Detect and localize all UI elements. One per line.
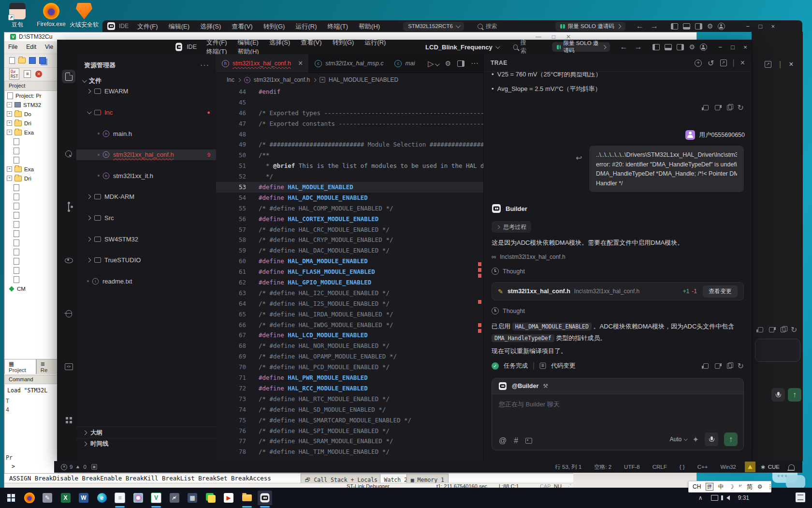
- send-button[interactable]: ↑: [724, 433, 738, 446]
- keil-tree-item[interactable]: [5, 256, 58, 266]
- open-in-window-icon[interactable]: ↗: [765, 61, 771, 68]
- keil-tree-item[interactable]: [5, 192, 58, 201]
- copy-icon[interactable]: [727, 363, 732, 369]
- code-line-72[interactable]: 72#define HAL_RCC_MODULE_ENABLED: [216, 383, 483, 394]
- code-line-47[interactable]: 47/* Exported constants ----------------…: [216, 119, 483, 129]
- menu-item[interactable]: 运行(R): [364, 38, 386, 47]
- mic-button[interactable]: [705, 433, 718, 446]
- bg-nav-back[interactable]: ←: [636, 22, 644, 30]
- keil-tree-item[interactable]: +Dri: [5, 174, 58, 183]
- menu-item[interactable]: 终端(T): [327, 22, 348, 31]
- taskbar-icon-win[interactable]: [4, 491, 18, 505]
- code-line-46[interactable]: 46/* Exported types --------------------…: [216, 108, 483, 119]
- ime-punct[interactable]: °’: [739, 484, 742, 490]
- thought-row-2[interactable]: Thought: [492, 307, 525, 314]
- ime-more-icon[interactable]: ⋮: [768, 483, 773, 490]
- keil-tab-callstack[interactable]: 🗗 Call Stack + Locals: [301, 474, 382, 483]
- code-line-45[interactable]: 45: [216, 97, 483, 108]
- code-line-51[interactable]: 51 * @brief This is the list of modules …: [216, 161, 483, 171]
- split-editor-icon[interactable]: [457, 60, 464, 67]
- layout-panel-icon[interactable]: [683, 23, 690, 30]
- code-line-75[interactable]: 75/* #define HAL_SMARTCARD_MODULE_ENABLE…: [216, 415, 483, 426]
- ime-chinese[interactable]: 中: [718, 483, 724, 491]
- close-button[interactable]: ×: [739, 44, 752, 51]
- code-area[interactable]: 44#endif4546/* Exported types ----------…: [216, 87, 483, 457]
- bg-promo-badge[interactable]: 限量 SOLO 邀请码: [555, 22, 625, 31]
- bg-maximize-button[interactable]: □: [754, 23, 767, 30]
- nav-back-button[interactable]: ←: [620, 43, 627, 51]
- keil-tree-item[interactable]: [5, 183, 58, 192]
- run-button[interactable]: ▷: [428, 59, 438, 68]
- menu-item[interactable]: 选择(S): [269, 38, 290, 47]
- taskbar-icon-folder[interactable]: [240, 491, 254, 505]
- code-line-63[interactable]: 63/* #define HAL_I2C_MODULE_ENABLED */: [216, 288, 483, 299]
- gear-icon[interactable]: ⚙: [707, 22, 713, 30]
- explorer-item-SW4STM32[interactable]: SW4STM32: [76, 234, 216, 244]
- history-icon[interactable]: ↺: [708, 59, 714, 68]
- mention-icon[interactable]: @: [499, 436, 507, 445]
- keil-tree-item[interactable]: [5, 229, 58, 238]
- keil-tree-item[interactable]: [5, 155, 58, 164]
- activitybar-explorer[interactable]: [62, 70, 75, 83]
- explorer-more-icon[interactable]: ···: [200, 61, 209, 70]
- code-line-50[interactable]: 50/**: [216, 150, 483, 161]
- code-line-54[interactable]: 54#define HAL_ADC_MODULE_ENABLED: [216, 193, 483, 203]
- desktop-icon-firefox[interactable]: Firefox.exe: [36, 3, 67, 28]
- desktop-icon-doubao[interactable]: ↗ 豆包: [2, 3, 33, 29]
- activitybar-debug[interactable]: [62, 307, 75, 320]
- hash-icon[interactable]: #: [514, 436, 518, 445]
- menu-item[interactable]: 文件(F): [137, 22, 158, 31]
- activitybar-search[interactable]: [62, 147, 75, 161]
- bg-minimize-button[interactable]: −: [741, 23, 754, 30]
- bg-nav-forward[interactable]: →: [651, 22, 658, 30]
- volume-icon[interactable]: [726, 495, 730, 500]
- layout-sidebar-icon[interactable]: [652, 44, 660, 50]
- menu-item[interactable]: 文件(F): [206, 38, 227, 47]
- code-line-61[interactable]: 61#define HAL_FLASH_MODULE_ENABLED: [216, 267, 483, 277]
- keil-tree-item[interactable]: [5, 238, 58, 247]
- keil-tree-item[interactable]: Project: Pr: [5, 91, 58, 100]
- new-file-icon[interactable]: [9, 57, 15, 64]
- layout-secondary-icon[interactable]: [677, 44, 684, 50]
- taskbar-icon-copy[interactable]: [203, 491, 218, 505]
- code-line-70[interactable]: 70/* #define HAL_PCD_MODULE_ENABLED */: [216, 362, 483, 373]
- taskbar-icon-calc[interactable]: ▦: [185, 491, 200, 505]
- ime-simplified[interactable]: 简: [747, 483, 753, 491]
- thumbs-up-icon[interactable]: [758, 327, 763, 332]
- code-line-74[interactable]: 74/* #define HAL_SD_MODULE_ENABLED */: [216, 404, 483, 415]
- bg-mic-button[interactable]: [771, 388, 785, 402]
- thought-row-1[interactable]: Thought: [492, 268, 525, 275]
- context-link[interactable]: ∞Inc\stm32l1xx_hal_conf.h: [492, 253, 566, 260]
- keil-tab-registers[interactable]: ≣ Re: [36, 359, 58, 374]
- chat-input-box[interactable]: @Builder ⚒ 您正在与 Builder 聊天 @ # Auto ✦ ↑: [492, 378, 744, 450]
- keil-tree-item[interactable]: [5, 146, 58, 155]
- menu-item[interactable]: 转到(G): [263, 22, 285, 31]
- nav-forward-button[interactable]: →: [634, 43, 642, 51]
- code-line-76[interactable]: 76/* #define HAL_SPI_MODULE_ENABLED */: [216, 426, 483, 436]
- explorer-item-readme-txt[interactable]: ireadme.txt: [76, 276, 216, 286]
- timeline-section[interactable]: 时间线: [76, 438, 216, 449]
- keil-close-button[interactable]: ✕: [566, 33, 571, 40]
- activitybar-extensions[interactable]: [62, 413, 75, 427]
- workspace-switcher[interactable]: LCD_Blink_Frequency: [425, 44, 499, 51]
- code-line-53[interactable]: 53#define HAL_MODULE_ENABLED: [216, 182, 483, 193]
- explorer-item-Inc[interactable]: Inc●: [76, 107, 216, 118]
- bg-search[interactable]: 搜索: [478, 22, 497, 30]
- code-line-73[interactable]: 73/* #define HAL_RTC_MODULE_ENABLED */: [216, 394, 483, 404]
- copy-icon[interactable]: [781, 327, 785, 332]
- tab-stm32l1xx-hal-conf[interactable]: h stm32l1xx_hal_conf.h ×: [216, 54, 309, 73]
- keil-tree-item[interactable]: +Do: [5, 109, 58, 119]
- keil-tree-item[interactable]: [5, 220, 58, 229]
- status-item[interactable]: 行 53, 列 1: [555, 463, 581, 471]
- activitybar-source-control[interactable]: [62, 200, 75, 214]
- maximize-button[interactable]: □: [726, 44, 739, 51]
- keil-tree-item[interactable]: [5, 201, 58, 210]
- keil-tree-item[interactable]: [5, 266, 58, 275]
- menu-item[interactable]: 运行(R): [295, 22, 317, 31]
- keil-tree-item[interactable]: [5, 137, 58, 146]
- keil-maximize-button[interactable]: □: [552, 33, 555, 40]
- code-line-60[interactable]: 60#define HAL_DMA_MODULE_ENABLED: [216, 256, 483, 267]
- taskbar-icon-word[interactable]: W: [76, 491, 91, 505]
- explorer-item-Src[interactable]: Src: [76, 213, 216, 224]
- thumbs-up-icon[interactable]: [703, 363, 709, 369]
